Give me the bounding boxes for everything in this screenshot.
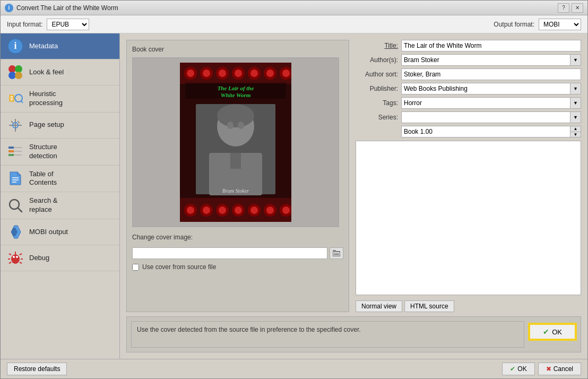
tags-row: Tags: Horror ▼ <box>356 97 581 109</box>
footer-ok-label: OK <box>517 365 526 373</box>
svg-point-49 <box>250 70 258 77</box>
footer-cancel-label: Cancel <box>554 365 573 373</box>
sidebar-item-structure[interactable]: Structuredetection <box>1 139 119 166</box>
browse-button[interactable] <box>330 247 343 259</box>
svg-point-53 <box>282 70 290 77</box>
svg-point-2 <box>8 65 16 73</box>
footer-ok-check: ✔ <box>510 365 515 373</box>
sidebar-item-metadata[interactable]: i Metadata <box>1 33 119 59</box>
svg-point-30 <box>16 256 18 258</box>
series-dropdown-arrow[interactable]: ▼ <box>570 112 581 123</box>
metadata-icon: i <box>7 38 24 55</box>
html-source-button[interactable]: HTML source <box>404 300 454 312</box>
svg-line-11 <box>21 101 23 103</box>
sidebar-item-debug[interactable]: Debug <box>1 245 119 271</box>
input-format-select[interactable]: EPUB <box>47 19 89 30</box>
svg-point-28 <box>11 254 20 264</box>
sidebar-item-look-feel[interactable]: Look & feel <box>1 59 119 85</box>
svg-point-69 <box>203 206 210 214</box>
use-cover-row: Use cover from source file <box>132 263 343 271</box>
search-icon <box>7 197 24 214</box>
preview-buttons: Normal view HTML source <box>356 300 581 312</box>
help-button[interactable]: ? <box>558 3 569 13</box>
book-number-input[interactable] <box>402 126 570 137</box>
authors-dropdown-arrow[interactable]: ▼ <box>570 55 581 65</box>
publisher-select[interactable]: Web Books Publishing ▼ <box>401 83 581 94</box>
change-cover-row: Change cover image: <box>132 234 343 241</box>
svg-line-33 <box>20 254 22 255</box>
svg-point-41 <box>187 70 194 77</box>
mobi-icon <box>7 223 24 240</box>
main-window: i Convert The Lair of the White Worm ? ✕… <box>0 0 588 379</box>
footer-bar: Restore defaults ✔ OK ✖ Cancel <box>1 359 587 378</box>
svg-point-79 <box>282 206 290 214</box>
book-cover-image-area: The Lair of the White Worm <box>132 57 339 227</box>
title-input[interactable] <box>401 40 581 51</box>
ok-large-container: ✔ OK <box>529 321 576 340</box>
sidebar-item-page-setup[interactable]: Page setup <box>1 113 119 139</box>
title-bar: i Convert The Lair of the White Worm ? ✕ <box>1 1 587 15</box>
window-icon: i <box>5 4 13 12</box>
book-cover-panel: Book cover <box>126 40 349 312</box>
svg-point-61 <box>238 122 244 129</box>
sidebar-item-toc[interactable]: Table ofContents <box>1 166 119 193</box>
ok-large-button[interactable]: ✔ OK <box>529 323 576 340</box>
svg-text:i: i <box>14 40 16 51</box>
svg-point-47 <box>235 70 242 77</box>
info-text: Use the cover detected from the source f… <box>131 321 524 348</box>
series-select[interactable]: ▼ <box>401 111 581 123</box>
authors-value: Bram Stoker <box>402 55 570 65</box>
svg-point-59 <box>217 104 254 127</box>
svg-rect-82 <box>333 250 336 252</box>
page-setup-icon <box>7 117 24 134</box>
sidebar-item-search[interactable]: Search &replace <box>1 192 119 219</box>
heuristic-icon <box>7 90 24 107</box>
authors-label: Author(s): <box>356 56 398 64</box>
change-cover-input[interactable] <box>132 247 327 259</box>
svg-text:White Worm: White Worm <box>221 92 251 98</box>
ok-large-label: OK <box>552 328 562 336</box>
authors-row: Author(s): Bram Stoker ▼ <box>356 54 581 66</box>
tags-select[interactable]: Horror ▼ <box>401 97 581 109</box>
metadata-form: Title: Author(s): Bram Stoker ▼ <box>356 40 581 137</box>
normal-view-button[interactable]: Normal view <box>356 300 402 312</box>
ok-check-icon: ✔ <box>543 328 549 336</box>
svg-text:Bram Stoker: Bram Stoker <box>222 188 249 194</box>
window-title: Convert The Lair of the White Worm <box>16 4 558 12</box>
authors-select[interactable]: Bram Stoker ▼ <box>401 54 581 66</box>
search-label: Search &replace <box>29 196 57 214</box>
spinner-up[interactable]: ▲ <box>570 126 581 132</box>
output-format-select[interactable]: MOBI <box>539 19 581 30</box>
svg-rect-17 <box>8 154 14 156</box>
page-setup-label: Page setup <box>29 120 64 130</box>
svg-point-75 <box>250 206 258 214</box>
book-number-row: ▲ ▼ <box>356 126 581 137</box>
series-value <box>402 112 570 123</box>
publisher-dropdown-arrow[interactable]: ▼ <box>570 83 581 94</box>
svg-point-62 <box>225 133 246 146</box>
structure-icon <box>7 143 24 160</box>
svg-point-10 <box>15 94 22 102</box>
book-cover-svg: The Lair of the White Worm <box>180 63 291 222</box>
svg-line-25 <box>18 208 22 212</box>
author-sort-input[interactable] <box>401 68 581 80</box>
series-row: Series: ▼ <box>356 111 581 123</box>
restore-defaults-button[interactable]: Restore defaults <box>7 363 67 375</box>
svg-rect-16 <box>8 150 14 152</box>
spinner-down[interactable]: ▼ <box>570 132 581 137</box>
tags-value: Horror <box>402 98 570 108</box>
series-label: Series: <box>356 114 398 121</box>
metadata-panel: Title: Author(s): Bram Stoker ▼ <box>356 40 581 312</box>
use-cover-checkbox[interactable] <box>132 264 139 271</box>
tags-dropdown-arrow[interactable]: ▼ <box>570 98 581 108</box>
sidebar-item-heuristic[interactable]: Heuristicprocessing <box>1 85 119 113</box>
close-button[interactable]: ✕ <box>572 3 583 13</box>
toc-icon <box>7 170 24 187</box>
svg-point-45 <box>219 70 226 77</box>
debug-label: Debug <box>29 254 49 263</box>
look-feel-label: Look & feel <box>29 68 64 77</box>
sidebar-item-mobi[interactable]: MOBI output <box>1 219 119 245</box>
footer-ok-button[interactable]: ✔ OK <box>502 363 534 375</box>
heuristic-label: Heuristicprocessing <box>29 90 63 108</box>
footer-cancel-button[interactable]: ✖ Cancel <box>538 363 581 375</box>
